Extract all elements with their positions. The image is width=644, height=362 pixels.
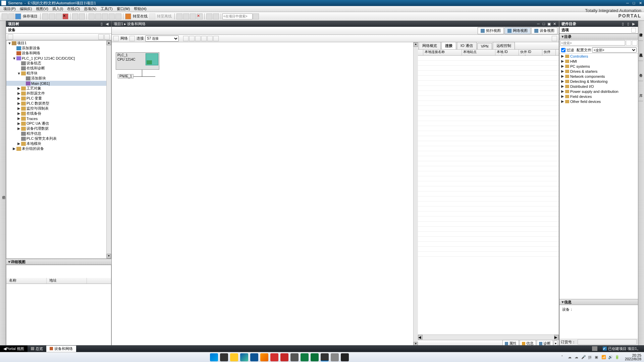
wps-icon[interactable] — [270, 353, 278, 361]
conn-col-pid[interactable]: 伙伴 ID（十... — [519, 50, 542, 55]
taskbar-clock[interactable]: 20:25 2022/8/28 — [622, 354, 644, 361]
menu-help[interactable]: 帮助(H) — [132, 6, 148, 11]
catalog-tree[interactable]: ▶Controllers ▶HMI ▶PC systems ▶Drives & … — [559, 54, 638, 299]
tab-remote[interactable]: 远程控制 — [493, 42, 515, 49]
net-btn-icon[interactable] — [113, 36, 119, 41]
edge-tab-tasks[interactable]: 任务 — [638, 61, 643, 81]
catalog-search-input[interactable] — [560, 40, 625, 46]
tree-view2-icon[interactable] — [104, 34, 110, 40]
tb-icon-2[interactable] — [183, 13, 189, 19]
maximize-button[interactable]: □ — [632, 1, 636, 5]
portal-view-button[interactable]: ◀ Portal 视图 — [0, 346, 28, 352]
left-edge-tabs[interactable]: 启动 — [0, 21, 6, 352]
go-offline-icon[interactable] — [149, 13, 155, 19]
profile-select[interactable]: <全部> — [592, 47, 637, 53]
editor-float-icon[interactable]: ▣ — [547, 22, 551, 26]
view-topology[interactable]: 拓扑视图 — [478, 27, 504, 34]
tray-vol-icon[interactable]: 🔊 — [608, 355, 613, 360]
download-icon[interactable] — [89, 13, 95, 19]
panel-pin-icon[interactable]: ▯ — [99, 22, 104, 26]
copy-icon[interactable] — [49, 13, 55, 19]
search-go-icon[interactable] — [253, 13, 259, 19]
upload-icon[interactable] — [95, 13, 101, 19]
delete-icon[interactable]: ✕ — [62, 13, 68, 19]
tray-app-icon[interactable]: ▣ — [595, 355, 599, 360]
record-icon[interactable] — [341, 353, 349, 361]
plc-port[interactable] — [146, 53, 158, 65]
save-project-button[interactable]: 保存项目 — [21, 14, 39, 19]
tray-wifi-icon[interactable]: 📶 — [601, 355, 606, 360]
new-project-icon[interactable] — [2, 13, 8, 19]
start-icon[interactable] — [210, 353, 218, 361]
conn-col-icon[interactable] — [418, 50, 423, 55]
tb-icon-3[interactable] — [190, 13, 196, 19]
panel-collapse-icon[interactable]: ◀ — [105, 22, 109, 26]
conn-col-local[interactable]: 本地站点 — [462, 50, 495, 55]
tb-close-icon[interactable]: ✕ — [197, 13, 203, 19]
stop-sim-icon[interactable] — [115, 13, 121, 19]
detail-col-name[interactable]: 名称 — [6, 278, 47, 284]
conn-col-lid[interactable]: 本地 ID（十... — [495, 50, 519, 55]
cat-search-btn1-icon[interactable] — [626, 40, 631, 46]
tray-mic-icon[interactable]: 🎤 — [581, 355, 586, 360]
connections-button[interactable]: 连接 — [135, 36, 145, 41]
calc-icon[interactable] — [290, 353, 299, 361]
network-button[interactable]: 网络 — [119, 36, 129, 41]
paste-icon[interactable] — [56, 13, 62, 19]
split-v-icon[interactable] — [213, 13, 219, 19]
firefox-icon[interactable] — [260, 353, 268, 361]
conn-col-name[interactable]: 本地连接名称 — [423, 50, 462, 55]
menu-window[interactable]: 窗口(W) — [115, 6, 132, 11]
tab-net-overview[interactable]: 网络概览 — [419, 42, 441, 49]
network-canvas[interactable]: PLC_1 CPU 1214C PN/IE_1 — [112, 42, 413, 347]
connection-type-select[interactable]: S7 连接 — [145, 36, 179, 42]
menu-online[interactable]: 在线(O) — [65, 6, 82, 11]
cat-pin2-icon[interactable]: ▯ — [626, 22, 631, 26]
conn-btn-icon[interactable] — [129, 36, 135, 41]
ctb-icon-3[interactable] — [195, 36, 201, 41]
close-button[interactable]: ✕ — [638, 1, 643, 5]
zoom-icon[interactable] — [213, 36, 219, 41]
tab-overview[interactable]: 总览 — [28, 346, 46, 352]
pdf-icon[interactable] — [280, 353, 288, 361]
canvas-scroll-up[interactable]: ▲ — [414, 42, 418, 47]
go-online-icon[interactable] — [125, 13, 131, 19]
cut-icon[interactable] — [42, 13, 48, 19]
menu-project[interactable]: 项目(P) — [1, 6, 18, 11]
system-tray[interactable]: ˄ ☁ ☁ 🎤 拼 ▣ 📶 🔊 🔋 — [558, 355, 622, 360]
ctb-icon-4[interactable] — [201, 36, 207, 41]
tia-icon[interactable] — [321, 353, 329, 361]
search-icon[interactable] — [220, 353, 228, 361]
info-toggle-icon[interactable]: ▼ — [561, 300, 564, 304]
start-sim-icon[interactable] — [109, 13, 115, 19]
cat-pin-icon[interactable]: ▯ — [621, 22, 625, 26]
save-icon[interactable] — [15, 13, 21, 19]
redo-icon[interactable] — [79, 13, 85, 19]
ctb-icon-2[interactable] — [189, 36, 195, 41]
tree-tb-icon[interactable] — [8, 34, 13, 40]
store-icon[interactable] — [250, 353, 258, 361]
app-icon-2[interactable] — [331, 353, 339, 361]
detail-col-addr[interactable]: 地址 — [47, 278, 87, 284]
ctb-right-icon[interactable] — [552, 36, 557, 41]
project-tree[interactable]: ▼项目1 添加新设备 设备和网络 ▼PLC_1 [CPU 1214C DC/DC… — [6, 40, 111, 259]
plc-device-box[interactable]: PLC_1 CPU 1214C — [116, 52, 159, 70]
tray-up-icon[interactable]: ˄ — [561, 355, 566, 360]
conn-scroll-right[interactable]: ▶ — [554, 335, 559, 340]
compile-icon[interactable] — [102, 13, 108, 19]
conn-col-partner[interactable]: 伙伴 — [542, 50, 556, 55]
split-h-icon[interactable] — [206, 13, 212, 19]
opt-btn-icon[interactable] — [631, 28, 636, 33]
undo-icon[interactable] — [72, 13, 78, 19]
editor-close-icon[interactable]: ✕ — [552, 22, 557, 26]
detail-toggle-icon[interactable]: ▼ — [7, 260, 11, 264]
edge-tab-online[interactable]: 在线工具 — [638, 41, 643, 61]
cat-collapse-icon[interactable]: ▶ — [631, 22, 636, 26]
excel2-icon[interactable] — [311, 353, 319, 361]
connections-table-body[interactable] — [418, 56, 559, 335]
explorer-icon[interactable] — [230, 353, 238, 361]
view-network[interactable]: 网络视图 — [504, 27, 531, 34]
tab-connections[interactable]: 连接 — [441, 42, 456, 49]
tray-ime-icon[interactable]: 拼 — [588, 355, 593, 360]
project-search-input[interactable] — [222, 13, 253, 19]
